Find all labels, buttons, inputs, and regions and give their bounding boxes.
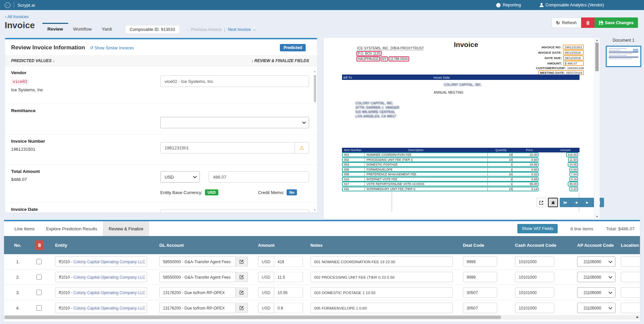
amount-input[interactable] [274,272,303,282]
scroll-right-icon[interactable]: ▶ [637,316,639,319]
previous-invoice-link[interactable]: ← Previous Invoice [185,27,222,32]
highlight-toggle-button[interactable] [548,198,558,207]
gl-account-input[interactable]: 58550000 - G&A-Transfer Agent Fees [159,257,236,267]
next-page-button[interactable]: ▶ [582,198,593,207]
tab-workflow[interactable]: Workflow [68,23,97,35]
gl-edit-button[interactable] [236,257,248,267]
vendor-input[interactable] [160,76,309,87]
deal-code-input[interactable] [463,257,497,267]
history-icon: ↺ [90,45,93,50]
row-checkbox[interactable] [36,305,42,311]
refresh-icon: ↻ [556,20,560,26]
gl-edit-button[interactable] [236,272,248,282]
save-icon [599,21,603,25]
scroll-up-icon[interactable]: ▲ [313,70,316,73]
notes-input[interactable] [310,257,453,267]
entity-input[interactable]: ff1010 -Colony Capital Operating Company… [55,287,147,298]
cash-account-code-input[interactable] [515,287,554,298]
invoice-number-warning[interactable]: ⚠ [295,142,309,153]
row-checkbox[interactable] [36,274,42,280]
scrollbar-thumb[interactable] [595,43,599,71]
gl-account-input[interactable]: 13176200 - Due to/from RP-OPEX [159,303,236,313]
scrollbar-thumb[interactable] [314,75,316,102]
entity-input[interactable]: ff1010 -Colony Capital Operating Company… [55,303,147,313]
document-scrollbar[interactable]: ▲ ▼ [594,38,600,219]
scrollbar-thumb[interactable] [5,316,501,319]
nav-back-icon[interactable]: ← [5,2,10,8]
location-input[interactable] [621,257,640,267]
currency-select[interactable]: USD [160,171,200,183]
entity-input[interactable]: ff1010 -Colony Capital Operating Company… [55,272,147,282]
delete-invoice-button[interactable] [581,17,595,28]
amount-input[interactable] [274,257,303,267]
scroll-up-icon[interactable]: ▲ [594,39,600,42]
location-input[interactable] [621,303,640,313]
save-changes-button[interactable]: Save Changes [595,17,638,28]
line-items-panel: Line Items Explore Prediction Results Re… [4,220,640,322]
deal-code-input[interactable] [463,287,497,298]
notes-input[interactable] [310,303,453,313]
app-brand[interactable]: Scrypt.ai [17,3,35,8]
amount-input[interactable] [274,287,303,298]
delete-rows-button[interactable] [35,240,44,250]
credit-memo-badge: No [287,189,297,195]
ap-account-code-select[interactable]: 21105000 [577,303,615,313]
invoice-date-input[interactable] [160,210,309,213]
currency-label: USD [258,257,274,267]
gl-edit-button[interactable] [236,287,248,298]
invoice-number-input[interactable] [160,142,295,153]
gl-edit-button[interactable] [236,303,248,313]
panel-title: Review Invoice Information [11,44,85,51]
notes-input[interactable] [310,272,453,282]
refresh-button[interactable]: ↻ Refresh [552,17,581,28]
user-menu[interactable]: Composable Analytics (Vendor) [540,3,604,7]
ap-account-code-select[interactable]: 21105000 [577,287,615,298]
ap-account-code-select[interactable]: 21105000 [577,257,615,267]
tab-review-finalize[interactable]: Review & Finalize [103,221,149,236]
amount-input[interactable] [274,303,303,313]
all-invoices-link[interactable]: ‹ All Invoices [5,14,29,19]
doc-row-highlight: 017 VOTE REPORTS/ONLINE VOTE ACCESS 1 35… [342,182,539,186]
tab-explore-prediction-results[interactable]: Explore Prediction Results [40,221,103,236]
deal-code-input[interactable] [463,303,497,313]
doc-row-highlight: 005 FORM/ENVELOPE 1 0.60 [342,167,539,172]
doc-meta-label: INVOICE DATE: [538,51,562,54]
show-vat-fields-button[interactable]: Show VAT Fields [517,224,558,233]
doc-table-row: 001 NOMINEE COORDINATION FEE 19 22.00 41… [342,152,579,157]
row-checkbox[interactable] [36,290,42,295]
tab-review[interactable]: Review [42,23,68,35]
horizontal-scrollbar[interactable]: ▶ [4,315,640,320]
deal-code-input[interactable] [463,272,497,282]
location-input[interactable] [621,272,640,282]
tab-yardi[interactable]: Yardi [97,23,117,35]
gl-account-input[interactable]: 13176200 - Due to/from RP-OPEX [159,287,236,298]
vendor-predicted-name: Ice Systems, Inc [11,87,311,92]
total-amount-input[interactable] [209,171,309,183]
doc-table-row: 002 PROCESSING UNIT FEE (TIER I) 23 0.50… [342,157,579,163]
location-input[interactable] [621,287,640,298]
scroll-down-icon[interactable]: ▼ [594,215,600,218]
reporting-link[interactable]: → Reporting [496,3,521,7]
document-thumbnail[interactable] [606,46,641,67]
cash-account-code-input[interactable] [515,257,554,267]
first-page-button[interactable]: ◀ [560,198,571,207]
cash-account-code-input[interactable] [515,303,554,313]
back-chevron-icon: ‹ [5,14,7,19]
entity-input[interactable]: ff1010 -Colony Capital Operating Company… [55,257,147,267]
next-invoice-link[interactable]: Next Invoice → [228,27,256,32]
remittance-select[interactable] [160,117,309,128]
chevron-down-icon [608,306,612,309]
doc-billto-band: Bill To Issuer Data [342,75,579,80]
panel-scrollbar[interactable]: ▲ ▼ [313,70,316,211]
scroll-down-icon[interactable]: ▼ [313,209,316,211]
cash-account-code-input[interactable] [515,272,554,282]
row-checkbox[interactable] [36,259,42,264]
open-external-button[interactable] [536,198,546,207]
ap-account-code-select[interactable]: 21105000 [577,272,615,282]
notes-input[interactable] [310,287,453,298]
currency-label: USD [258,272,274,282]
gl-account-input[interactable]: 58550000 - G&A-Transfer Agent Fees [159,272,236,282]
show-similar-invoices-link[interactable]: ↺Show Similar Invoices [90,45,134,50]
tab-line-items[interactable]: Line Items [9,221,40,236]
previous-page-button[interactable]: ◀ [571,198,582,207]
